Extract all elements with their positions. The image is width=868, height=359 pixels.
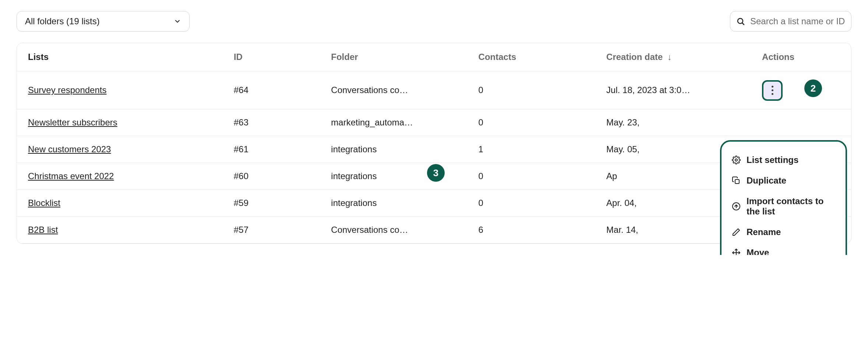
list-contacts: 0 — [467, 71, 595, 109]
row-actions-button[interactable] — [762, 80, 783, 101]
list-folder: integrations — [320, 189, 467, 216]
table-row: Survey respondents #64 Conversations co…… — [17, 71, 851, 109]
list-name-link[interactable]: B2B list — [28, 225, 58, 235]
list-folder: integrations — [320, 163, 467, 189]
menu-list-settings[interactable]: List settings — [721, 150, 846, 170]
arrow-down-icon: ↓ — [667, 52, 672, 62]
list-name-link[interactable]: Newsletter subscribers — [28, 117, 117, 127]
col-creation-date[interactable]: Creation date ↓ — [595, 43, 751, 71]
step-badge-3: 3 — [427, 164, 445, 182]
svg-line-1 — [742, 23, 744, 25]
search-icon — [736, 17, 745, 26]
col-actions: Actions — [751, 43, 851, 71]
col-folder[interactable]: Folder — [320, 43, 467, 71]
table-header-row: Lists ID Folder Contacts Creation date ↓… — [17, 43, 851, 71]
menu-label: Rename — [747, 227, 781, 237]
svg-point-2 — [735, 159, 737, 161]
col-id[interactable]: ID — [223, 43, 320, 71]
list-folder: Conversations co… — [320, 71, 467, 109]
row-actions-menu: List settings Duplicate Import contacts … — [720, 140, 847, 255]
list-date: May. 23, — [595, 109, 751, 136]
list-folder: Conversations co… — [320, 216, 467, 243]
menu-import[interactable]: Import contacts to the list — [721, 191, 846, 222]
pencil-icon — [732, 228, 741, 237]
upload-icon — [732, 202, 741, 211]
list-id: #63 — [223, 109, 320, 136]
menu-label: Move — [747, 248, 769, 255]
list-name-link[interactable]: Christmas event 2022 — [28, 171, 114, 181]
folder-select-label: All folders (19 lists) — [25, 16, 100, 26]
list-id: #60 — [223, 163, 320, 189]
list-id: #64 — [223, 71, 320, 109]
svg-rect-3 — [735, 180, 739, 184]
menu-move[interactable]: Move — [721, 242, 846, 255]
menu-rename[interactable]: Rename — [721, 222, 846, 242]
kebab-icon — [772, 86, 773, 95]
menu-label: Import contacts to the list — [747, 196, 835, 217]
menu-label: Duplicate — [747, 175, 786, 186]
list-date: Jul. 18, 2023 at 3:0… — [595, 71, 751, 109]
col-creation-date-label: Creation date — [606, 52, 663, 62]
list-folder: integrations — [320, 136, 467, 163]
step-badge-2: 2 — [804, 79, 822, 97]
search-input[interactable] — [749, 16, 845, 27]
move-icon — [732, 248, 741, 255]
list-contacts: 0 — [467, 189, 595, 216]
list-contacts: 0 — [467, 109, 595, 136]
list-id: #61 — [223, 136, 320, 163]
list-contacts: 0 — [467, 163, 595, 189]
list-contacts: 6 — [467, 216, 595, 243]
list-id: #57 — [223, 216, 320, 243]
list-name-link[interactable]: New customers 2023 — [28, 144, 111, 154]
list-name-link[interactable]: Blocklist — [28, 198, 60, 208]
search-box[interactable] — [730, 11, 851, 32]
col-contacts[interactable]: Contacts — [467, 43, 595, 71]
gear-icon — [732, 156, 741, 164]
list-contacts: 1 — [467, 136, 595, 163]
menu-duplicate[interactable]: Duplicate — [721, 170, 846, 191]
chevron-down-icon — [174, 18, 181, 25]
col-lists[interactable]: Lists — [17, 43, 223, 71]
copy-icon — [732, 176, 741, 185]
folder-select[interactable]: All folders (19 lists) — [17, 11, 190, 32]
list-folder: marketing_automa… — [320, 109, 467, 136]
table-row: Newsletter subscribers #63 marketing_aut… — [17, 109, 851, 136]
list-name-link[interactable]: Survey respondents — [28, 85, 106, 95]
list-id: #59 — [223, 189, 320, 216]
menu-label: List settings — [747, 155, 798, 165]
